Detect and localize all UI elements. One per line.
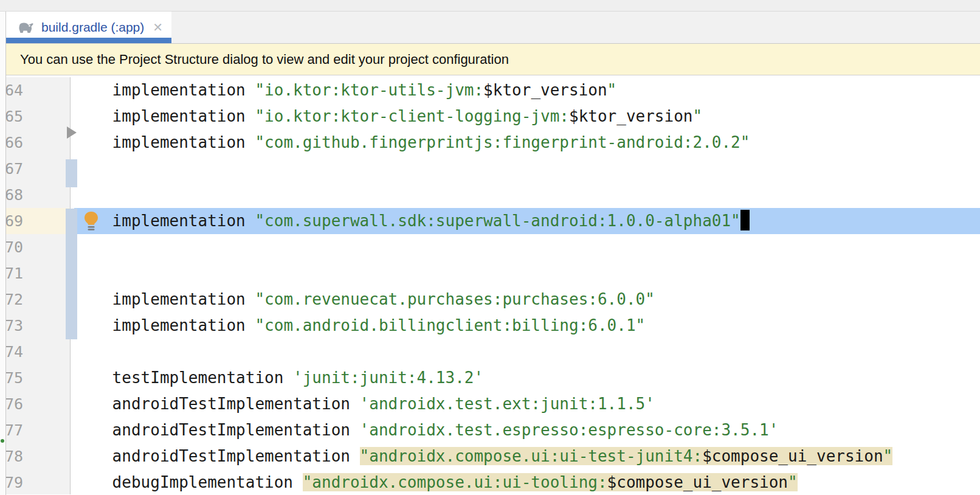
text-caret	[740, 210, 750, 230]
close-icon[interactable]: ✕	[153, 21, 163, 33]
code-editor[interactable]: 64 implementation "io.ktor:ktor-utils-jv…	[0, 75, 980, 494]
code-line-text[interactable]	[74, 156, 980, 182]
code-text: testImplementation 'junit:junit:4.13.2'	[74, 369, 483, 387]
code-line[interactable]: 78 androidTestImplementation "androidx.c…	[0, 443, 980, 469]
code-line-text[interactable]: implementation "com.android.billingclien…	[74, 313, 980, 339]
code-line[interactable]: 70	[0, 234, 980, 260]
code-line-text[interactable]: implementation "com.superwall.sdk:superw…	[74, 208, 980, 234]
line-number[interactable]: 75	[0, 365, 71, 391]
line-number[interactable]: 70	[0, 234, 71, 260]
code-line-text[interactable]: testImplementation 'junit:junit:4.13.2'	[74, 365, 980, 391]
code-text: androidTestImplementation 'androidx.test…	[74, 395, 655, 413]
code-line[interactable]: 73 implementation "com.android.billingcl…	[0, 313, 980, 339]
line-number[interactable]: 65	[0, 103, 71, 130]
line-number[interactable]: 71	[0, 260, 71, 286]
code-text: androidTestImplementation "androidx.comp…	[74, 447, 892, 465]
left-panel-edge	[0, 12, 6, 495]
line-number[interactable]: 78	[0, 443, 71, 469]
line-number[interactable]: 72	[0, 286, 71, 313]
line-number[interactable]: 64	[0, 77, 71, 103]
code-line[interactable]: 65 implementation "io.ktor:ktor-client-l…	[0, 103, 980, 130]
line-number[interactable]: 77	[0, 417, 71, 443]
code-line-text[interactable]	[74, 182, 980, 208]
code-line-text[interactable]	[74, 234, 980, 260]
code-line[interactable]: 79 debugImplementation "androidx.compose…	[0, 469, 980, 494]
code-line-text[interactable]: implementation "com.revenuecat.purchases…	[74, 286, 980, 313]
code-line-text[interactable]: androidTestImplementation 'androidx.test…	[74, 391, 980, 417]
code-line-text[interactable]: androidTestImplementation 'androidx.test…	[74, 417, 980, 443]
lightbulb-intention-icon[interactable]	[81, 211, 101, 232]
code-line[interactable]: 71	[0, 260, 980, 286]
tab-build-gradle[interactable]: build.gradle (:app) ✕	[6, 12, 171, 43]
code-line-text[interactable]: implementation "io.ktor:ktor-client-logg…	[74, 103, 980, 130]
line-number[interactable]: 68	[0, 182, 71, 208]
code-line[interactable]: 69 implementation "com.superwall.sdk:sup…	[0, 208, 980, 234]
line-number[interactable]: 67	[0, 156, 71, 182]
code-line-text[interactable]	[74, 260, 980, 286]
line-number[interactable]: 69	[0, 208, 71, 234]
code-line-text[interactable]: debugImplementation "androidx.compose.ui…	[74, 469, 980, 494]
editor-tab-bar: build.gradle (:app) ✕	[0, 12, 980, 44]
line-number[interactable]: 66	[0, 130, 71, 156]
code-text: debugImplementation "androidx.compose.ui…	[74, 473, 798, 491]
notification-banner: You can use the Project Structure dialog…	[6, 44, 980, 75]
line-number[interactable]: 73	[0, 313, 71, 339]
code-line[interactable]: 72 implementation "com.revenuecat.purcha…	[0, 286, 980, 313]
window-top-strip	[0, 0, 980, 12]
code-line[interactable]: 68	[0, 182, 980, 208]
code-text: implementation "com.superwall.sdk:superw…	[74, 212, 740, 230]
code-text: implementation "com.github.fingerprintjs…	[74, 133, 750, 151]
gradle-elephant-icon	[16, 20, 35, 35]
code-line[interactable]: 75 testImplementation 'junit:junit:4.13.…	[0, 365, 980, 391]
code-line[interactable]: 64 implementation "io.ktor:ktor-utils-jv…	[0, 77, 980, 103]
code-line-text[interactable]: implementation "com.github.fingerprintjs…	[74, 130, 980, 156]
code-line[interactable]: 74	[0, 339, 980, 365]
code-text: implementation "com.revenuecat.purchases…	[74, 290, 655, 308]
code-line-text[interactable]: implementation "io.ktor:ktor-utils-jvm:$…	[74, 77, 980, 103]
code-line[interactable]: 76 androidTestImplementation 'androidx.t…	[0, 391, 980, 417]
code-text: implementation "io.ktor:ktor-client-logg…	[74, 107, 702, 125]
tab-title: build.gradle (:app)	[41, 20, 144, 35]
active-tab-underline	[6, 38, 171, 43]
code-line[interactable]: 67	[0, 156, 980, 182]
code-line-text[interactable]: androidTestImplementation "androidx.comp…	[74, 443, 980, 469]
line-number[interactable]: 74	[0, 339, 71, 365]
banner-message: You can use the Project Structure dialog…	[20, 52, 509, 68]
vcs-change-strip[interactable]	[66, 159, 77, 187]
line-number[interactable]: 79	[0, 469, 71, 494]
run-marker-triangle-icon[interactable]	[67, 126, 77, 139]
code-line[interactable]: 66 implementation "com.github.fingerprin…	[0, 130, 980, 156]
green-dot-marker	[1, 439, 4, 443]
code-line-text[interactable]	[74, 339, 980, 365]
code-line[interactable]: 77 androidTestImplementation 'androidx.t…	[0, 417, 980, 443]
code-text: androidTestImplementation 'androidx.test…	[74, 421, 778, 439]
code-lines: 64 implementation "io.ktor:ktor-utils-jv…	[0, 75, 980, 494]
code-text: implementation "io.ktor:ktor-utils-jvm:$…	[74, 81, 616, 99]
vcs-change-strip[interactable]	[66, 209, 77, 339]
line-number[interactable]: 76	[0, 391, 71, 417]
code-text: implementation "com.android.billingclien…	[74, 316, 645, 334]
